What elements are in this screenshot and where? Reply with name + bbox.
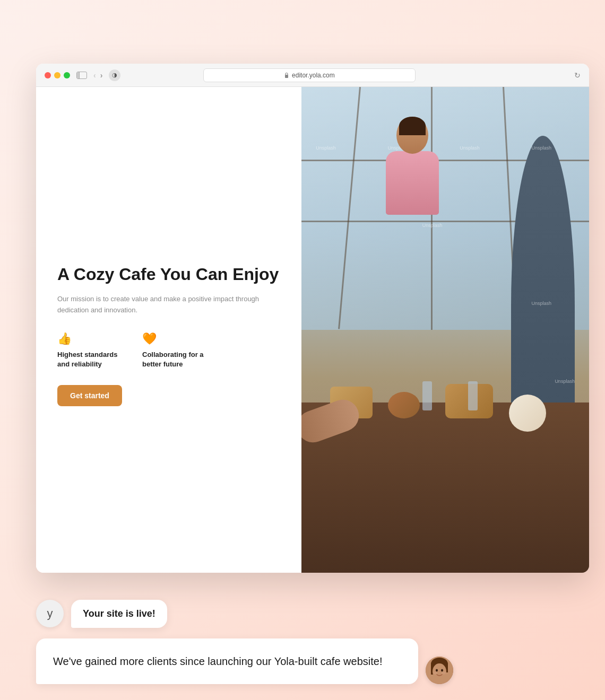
svg-point-6 — [436, 669, 438, 672]
browser-toolbar: ‹ › ◑ editor.yola.com ↻ — [36, 64, 589, 87]
feature-item-collaboration: 🧡 Collaborating for a better future — [142, 332, 206, 369]
feature-icons: 👍 Highest standards and reliability 🧡 Co… — [57, 332, 280, 369]
svg-point-5 — [433, 663, 446, 679]
svg-point-7 — [441, 669, 443, 672]
heart-icon: 🧡 — [142, 332, 206, 346]
feature-label-standards: Highest standards and reliability — [57, 350, 121, 369]
back-button[interactable]: ‹ — [93, 72, 96, 79]
website-right-panel: Unsplash Unsplash Unsplash Unsplash Unsp… — [301, 87, 589, 573]
unsplash-watermark-1: Unsplash — [316, 145, 336, 151]
website-content: A Cozy Cafe You Can Enjoy Our mission is… — [36, 87, 589, 573]
website-subtext: Our mission is to create value and make … — [57, 294, 280, 316]
sidebar-toggle-button[interactable] — [76, 72, 87, 79]
nav-buttons: ‹ › — [93, 72, 102, 79]
brightness-button[interactable]: ◑ — [109, 69, 120, 81]
yola-logo-bubble: y — [36, 600, 64, 627]
yola-logo-letter: y — [47, 607, 53, 620]
unsplash-watermark-4: Unsplash — [532, 145, 552, 151]
reload-button[interactable]: ↻ — [574, 71, 581, 80]
unsplash-watermark-6: Unsplash — [532, 301, 552, 306]
svg-rect-0 — [285, 75, 288, 78]
unsplash-watermark-7: Unsplash — [555, 379, 575, 384]
chat-bubble-row-testimonial: We've gained more clients since launchin… — [36, 638, 589, 684]
url-text: editor.yola.com — [292, 72, 335, 79]
chat-bubble-site-live: Your site is live! — [71, 600, 167, 628]
traffic-lights — [45, 72, 70, 78]
unsplash-watermark-5: Unsplash — [422, 223, 443, 228]
avatar-face-svg — [426, 657, 453, 684]
svg-point-8 — [433, 672, 437, 675]
traffic-light-yellow[interactable] — [54, 72, 60, 78]
thumbs-up-icon: 👍 — [57, 332, 121, 346]
browser-window: ‹ › ◑ editor.yola.com ↻ A Cozy Cafe You … — [36, 64, 589, 573]
chat-bubble-row-live: y Your site is live! — [36, 600, 589, 628]
traffic-light-red[interactable] — [45, 72, 51, 78]
address-bar[interactable]: editor.yola.com — [203, 68, 416, 82]
user-avatar — [426, 657, 453, 684]
get-started-button[interactable]: Get started — [57, 385, 122, 406]
website-left-panel: A Cozy Cafe You Can Enjoy Our mission is… — [36, 87, 301, 573]
website-heading: A Cozy Cafe You Can Enjoy — [57, 264, 280, 284]
traffic-light-green[interactable] — [64, 72, 70, 78]
svg-point-9 — [442, 672, 446, 675]
forward-button[interactable]: › — [100, 72, 103, 79]
chat-bubble-testimonial: We've gained more clients since launchin… — [36, 638, 418, 684]
lock-icon — [284, 72, 289, 78]
feature-item-standards: 👍 Highest standards and reliability — [57, 332, 121, 369]
unsplash-watermark-3: Unsplash — [460, 145, 480, 151]
cafe-photo: Unsplash Unsplash Unsplash Unsplash Unsp… — [301, 87, 589, 573]
chat-area: y Your site is live! We've gained more c… — [36, 600, 589, 684]
feature-label-collaboration: Collaborating for a better future — [142, 350, 206, 369]
